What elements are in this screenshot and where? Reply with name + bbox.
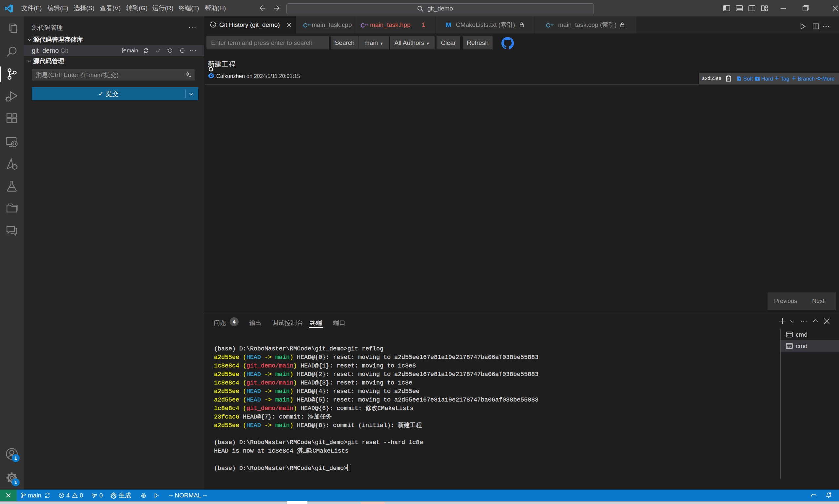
svg-text:C:\: C:\	[787, 345, 791, 348]
svg-text:C:\: C:\	[787, 334, 791, 337]
